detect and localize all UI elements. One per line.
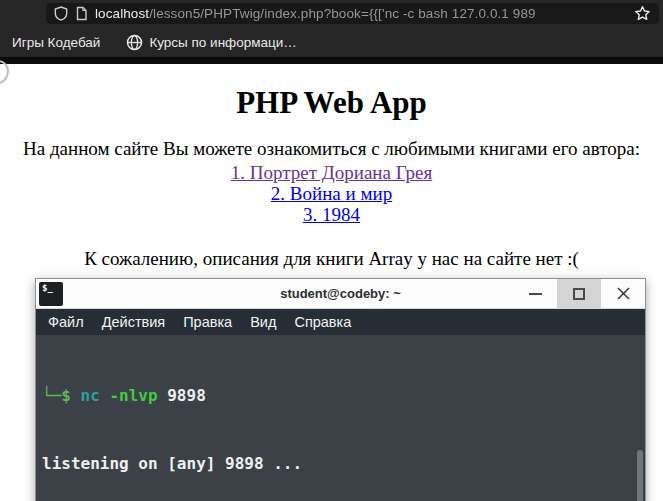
bookmark-item-courses[interactable]: Курсы по информаци… <box>126 34 296 51</box>
book-links: 1. Портрет Дориана Грея 2. Война и мир 3… <box>0 161 663 224</box>
screen: localhost/lesson5/PHPTwig/index.php?book… <box>0 0 663 501</box>
book-link-1[interactable]: 1. Портрет Дориана Грея <box>0 161 663 182</box>
close-icon <box>616 286 631 301</box>
menu-actions[interactable]: Действия <box>93 314 175 330</box>
book-link-3[interactable]: 3. 1984 <box>0 203 663 224</box>
page-icon[interactable] <box>75 6 88 21</box>
chrome-divider <box>0 57 663 64</box>
page-content: PHP Web App На данном сайте Вы можете оз… <box>0 64 663 270</box>
globe-icon <box>126 34 143 51</box>
book-link-2[interactable]: 2. Война и мир <box>0 182 663 203</box>
bookmark-item-games[interactable]: Игры Кодебай <box>12 35 100 50</box>
window-controls <box>513 279 645 308</box>
terminal-menubar: Файл Действия Правка Вид Справка <box>36 309 645 335</box>
browser-chrome: localhost/lesson5/PHPTwig/index.php?book… <box>0 0 663 64</box>
menu-file[interactable]: Файл <box>39 314 93 330</box>
terminal-scrollbar[interactable] <box>637 450 643 501</box>
no-description-message: К сожалению, описания для книги Array у … <box>0 248 663 270</box>
menu-help[interactable]: Справка <box>285 314 360 330</box>
terminal-titlebar[interactable]: $_ student@codeby: ~ <box>36 279 645 309</box>
terminal-app-icon: $_ <box>39 282 63 306</box>
maximize-icon <box>573 288 585 300</box>
menu-view[interactable]: Вид <box>241 314 285 330</box>
terminal-prompt-line: └─$ nc -nlvp 9898 <box>42 385 645 408</box>
minimize-button[interactable] <box>513 279 557 308</box>
shield-icon[interactable] <box>54 6 68 21</box>
browser-toolbar: localhost/lesson5/PHPTwig/index.php?book… <box>0 0 663 27</box>
terminal-output[interactable]: └─$ nc -nlvp 9898 listening on [any] 989… <box>36 335 645 501</box>
maximize-button[interactable] <box>557 279 601 308</box>
intro-text: На данном сайте Вы можете ознакомиться с… <box>0 138 663 160</box>
minimize-icon <box>529 293 542 295</box>
bookmark-label: Курсы по информаци… <box>149 35 296 50</box>
page-title: PHP Web App <box>0 64 663 121</box>
bookmark-star-icon[interactable] <box>634 5 651 22</box>
close-button[interactable] <box>601 279 645 308</box>
url-text[interactable]: localhost/lesson5/PHPTwig/index.php?book… <box>95 6 627 21</box>
url-host: localhost <box>95 6 149 21</box>
terminal-line: listening on [any] 9898 ... <box>42 453 645 476</box>
url-bar[interactable]: localhost/lesson5/PHPTwig/index.php?book… <box>46 3 659 24</box>
bookmarks-bar: Игры Кодебай Курсы по информаци… <box>0 27 663 57</box>
terminal-window: $_ student@codeby: ~ Файл Действия Правк… <box>35 278 646 501</box>
bookmark-label: Игры Кодебай <box>12 35 100 50</box>
url-path: /lesson5/PHPTwig/index.php?book={{['nc -… <box>149 6 535 21</box>
menu-edit[interactable]: Правка <box>174 314 241 330</box>
